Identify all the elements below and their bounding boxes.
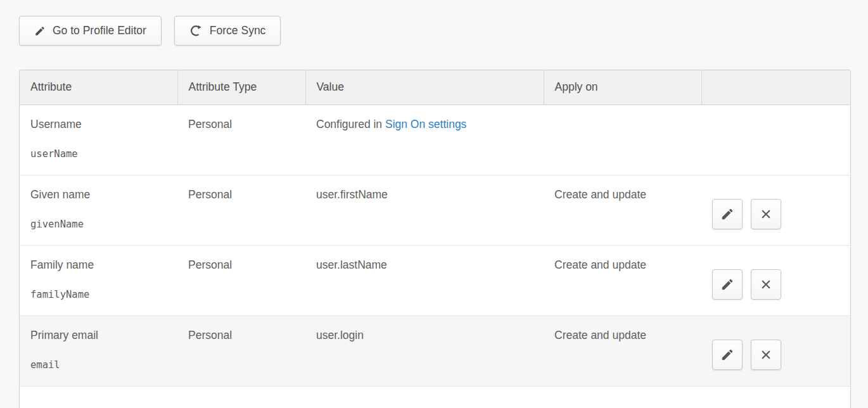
attribute-name: email xyxy=(30,359,171,371)
attribute-type-cell: Personal xyxy=(177,105,305,175)
attribute-type-cell: Personal xyxy=(177,316,305,386)
table-row-given-name: Given name givenName Personal user.first… xyxy=(20,175,850,245)
actions-cell xyxy=(701,105,850,175)
force-sync-button[interactable]: Force Sync xyxy=(174,16,281,46)
attribute-mappings-page: Go to Profile Editor Force Sync Attribut… xyxy=(0,0,868,408)
pencil-icon xyxy=(34,25,46,37)
table-row-primary-email: Primary email email Personal user.login … xyxy=(20,316,850,386)
pencil-icon xyxy=(720,277,734,291)
table-header-row: Attribute Attribute Type Value Apply on xyxy=(20,70,850,105)
apply-on-cell: Create and update xyxy=(544,175,701,245)
attribute-name: givenName xyxy=(30,219,171,230)
attribute-label: Family name xyxy=(30,258,171,272)
apply-on-cell xyxy=(544,105,701,175)
value-cell: Configured in Sign On settings xyxy=(305,105,544,175)
value-text: Configured in xyxy=(316,118,385,131)
attribute-name: familyName xyxy=(30,289,171,300)
attribute-type-cell: Personal xyxy=(177,245,305,316)
value-cell: user.lastName xyxy=(305,245,544,316)
attribute-name: userName xyxy=(30,148,171,160)
sign-on-settings-link[interactable]: Sign On settings xyxy=(385,118,466,131)
attribute-cell: Primary email email xyxy=(20,316,177,386)
pencil-icon xyxy=(720,348,734,362)
apply-on-cell: Create and update xyxy=(544,245,701,316)
refresh-icon xyxy=(189,24,203,37)
empty-cell xyxy=(20,386,850,408)
actions-cell xyxy=(701,175,850,245)
attribute-label: Given name xyxy=(30,188,171,201)
header-attribute-type: Attribute Type xyxy=(177,70,305,105)
header-attribute: Attribute xyxy=(20,70,177,105)
edit-attribute-button[interactable] xyxy=(712,340,743,370)
go-to-profile-editor-label: Go to Profile Editor xyxy=(53,24,146,37)
attribute-label: Username xyxy=(30,118,171,131)
table-row-empty xyxy=(20,386,850,408)
edit-attribute-button[interactable] xyxy=(712,269,743,300)
delete-attribute-button[interactable] xyxy=(751,340,781,370)
row-actions xyxy=(712,188,844,229)
pencil-icon xyxy=(720,207,734,221)
value-cell: user.login xyxy=(305,316,544,386)
row-actions xyxy=(712,329,844,370)
value-cell: user.firstName xyxy=(305,175,544,245)
header-actions xyxy=(701,70,850,105)
close-icon xyxy=(759,277,773,291)
actions-cell xyxy=(701,245,850,316)
attribute-label: Primary email xyxy=(30,329,171,342)
edit-attribute-button[interactable] xyxy=(712,199,743,229)
table-row-username: Username userName Personal Configured in… xyxy=(20,105,850,175)
table-row-family-name: Family name familyName Personal user.las… xyxy=(20,245,850,316)
header-apply-on: Apply on xyxy=(544,70,701,105)
close-icon xyxy=(759,348,773,362)
force-sync-label: Force Sync xyxy=(210,24,266,37)
attribute-mappings-table: Attribute Attribute Type Value Apply on … xyxy=(19,70,851,408)
toolbar: Go to Profile Editor Force Sync xyxy=(19,16,868,46)
row-actions xyxy=(712,258,844,300)
actions-cell xyxy=(701,316,850,386)
delete-attribute-button[interactable] xyxy=(751,199,781,229)
attribute-cell: Username userName xyxy=(20,105,177,175)
delete-attribute-button[interactable] xyxy=(751,269,781,300)
attribute-type-cell: Personal xyxy=(177,175,305,245)
attribute-cell: Given name givenName xyxy=(20,175,177,245)
go-to-profile-editor-button[interactable]: Go to Profile Editor xyxy=(19,16,162,46)
close-icon xyxy=(759,207,773,221)
header-value: Value xyxy=(305,70,544,105)
attribute-cell: Family name familyName xyxy=(20,245,177,316)
apply-on-cell: Create and update xyxy=(544,316,701,386)
